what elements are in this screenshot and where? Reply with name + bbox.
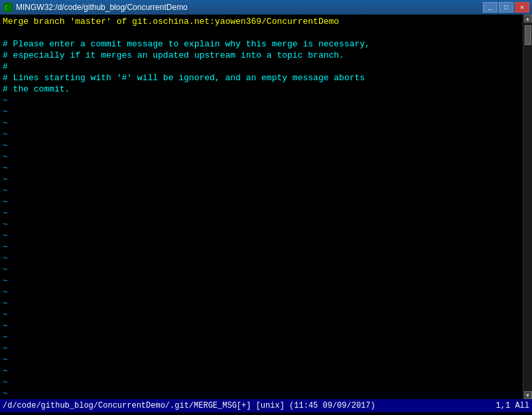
scrollbar[interactable]: ▲ ▼ <box>523 15 532 399</box>
tilde-14: ~ <box>3 241 520 253</box>
tilde-25: ~ <box>3 365 520 377</box>
line-6-text: # the commit. <box>3 84 70 94</box>
title-bar-controls: _ □ ✕ <box>483 2 529 13</box>
title-bar-text: MINGW32:/d/code/github_blog/ConcurrentDe… <box>16 3 188 12</box>
scroll-down-arrow[interactable]: ▼ <box>524 391 532 399</box>
terminal-line-3: # especially if it merges an updated ups… <box>3 50 520 61</box>
terminal-line-2: # Please enter a commit message to expla… <box>3 38 520 50</box>
status-bar: /d/code/github_blog/ConcurrentDemo/.git/… <box>0 399 532 412</box>
tilde-7: ~ <box>3 162 520 174</box>
terminal-line-4: # <box>3 61 520 72</box>
close-button[interactable]: ✕ <box>515 2 529 13</box>
tilde-3: ~ <box>3 117 520 129</box>
tilde-1: ~ <box>3 95 520 106</box>
tilde-6: ~ <box>3 151 520 162</box>
tilde-10: ~ <box>3 196 520 208</box>
tilde-26: ~ <box>3 377 520 388</box>
tilde-22: ~ <box>3 331 520 343</box>
line-4-text: # <box>3 62 8 72</box>
minimize-button[interactable]: _ <box>483 2 498 13</box>
tilde-19: ~ <box>3 298 520 309</box>
line-2-text: # Please enter a commit message to expla… <box>3 39 370 49</box>
terminal-window: Merge branch 'master' of git.oschina.net… <box>0 15 532 399</box>
tilde-8: ~ <box>3 174 520 185</box>
tilde-21: ~ <box>3 320 520 331</box>
tilde-20: ~ <box>3 309 520 320</box>
tilde-12: ~ <box>3 219 520 230</box>
tilde-15: ~ <box>3 253 520 264</box>
tilde-4: ~ <box>3 129 520 140</box>
tilde-5: ~ <box>3 140 520 151</box>
tilde-17: ~ <box>3 275 520 286</box>
tilde-2: ~ <box>3 106 520 117</box>
scrollbar-thumb[interactable] <box>525 25 531 45</box>
tilde-16: ~ <box>3 264 520 275</box>
line-5-text: # Lines starting with '#' will be ignore… <box>3 73 365 83</box>
title-bar: C: MINGW32:/d/code/github_blog/Concurren… <box>0 0 532 15</box>
scroll-up-arrow[interactable]: ▲ <box>524 15 532 23</box>
status-right: 1,1 All <box>496 401 529 410</box>
line-1-text: Merge branch 'master' of git.oschina.net… <box>3 17 339 27</box>
terminal-content[interactable]: Merge branch 'master' of git.oschina.net… <box>0 15 523 399</box>
terminal-line-6: # the commit. <box>3 84 520 95</box>
maximize-button[interactable]: □ <box>499 2 513 13</box>
terminal-line-1: Merge branch 'master' of git.oschina.net… <box>3 16 520 27</box>
tilde-18: ~ <box>3 286 520 298</box>
terminal-line-blank <box>3 27 520 38</box>
svg-text:C:: C: <box>5 5 12 11</box>
terminal-icon: C: <box>3 2 13 13</box>
tilde-24: ~ <box>3 354 520 365</box>
tilde-9: ~ <box>3 185 520 196</box>
tilde-23: ~ <box>3 343 520 354</box>
title-bar-left: C: MINGW32:/d/code/github_blog/Concurren… <box>3 2 188 13</box>
tilde-27: ~ <box>3 388 520 399</box>
line-3-text: # especially if it merges an updated ups… <box>3 50 344 60</box>
tilde-13: ~ <box>3 230 520 241</box>
status-left: /d/code/github_blog/ConcurrentDemo/.git/… <box>3 401 375 410</box>
terminal-line-5: # Lines starting with '#' will be ignore… <box>3 72 520 84</box>
tilde-11: ~ <box>3 208 520 219</box>
